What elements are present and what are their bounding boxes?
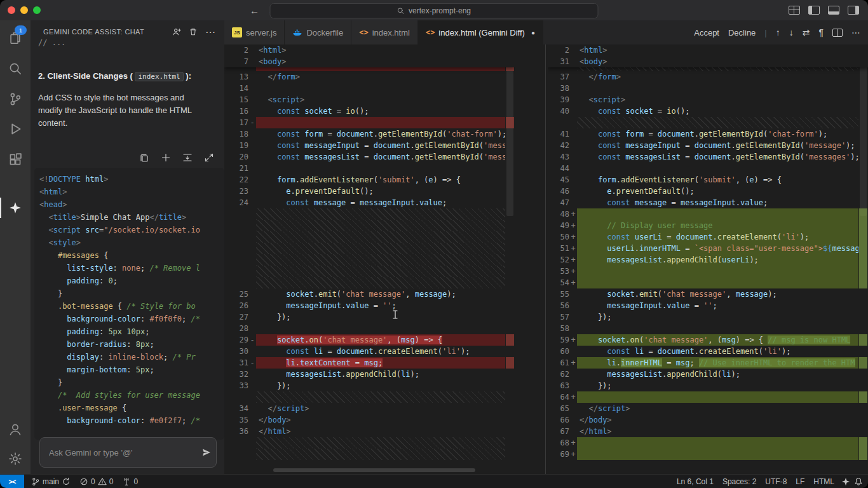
diff-line[interactable]: 25 socket.emit('chat message', message); [224, 288, 515, 300]
diff-line[interactable]: 62 messagesList.appendChild(li); [548, 369, 868, 380]
diff-line[interactable]: 19 const messageInput = document.getElem… [224, 140, 515, 151]
insert-at-cursor-icon[interactable] [182, 152, 193, 163]
diff-line[interactable]: 39 <script> [548, 94, 868, 105]
diff-line[interactable]: 15 <script> [224, 94, 515, 105]
toggle-panel-icon[interactable] [828, 6, 839, 15]
diff-line[interactable]: 23 e.preventDefault(); [224, 186, 515, 197]
diff-line[interactable]: 31<body> [548, 56, 868, 67]
diff-line[interactable]: 50+ const userLi = document.createElemen… [548, 231, 868, 243]
copy-icon[interactable] [139, 152, 149, 163]
gemini-input-box[interactable] [39, 437, 217, 468]
account-button[interactable] [0, 417, 31, 442]
diff-line[interactable]: 38 [548, 83, 868, 94]
diff-line[interactable]: 35</body> [224, 414, 515, 426]
diff-line[interactable] [224, 220, 515, 231]
diff-line[interactable]: 36</html> [224, 426, 515, 437]
diff-sash[interactable] [545, 44, 546, 474]
diff-line[interactable]: 20 const messagesList = document.getElem… [224, 151, 515, 163]
diff-line[interactable]: 29- socket.on('chat message', (msg) => { [224, 334, 515, 346]
open-full-icon[interactable] [204, 152, 214, 163]
diff-line[interactable]: 66</body> [548, 414, 868, 426]
sidebar-item-source-control[interactable] [0, 86, 31, 112]
diff-line[interactable] [224, 391, 515, 403]
tab-index-html[interactable]: <>index.html [351, 20, 418, 44]
sidebar-item-run-debug[interactable] [0, 116, 31, 142]
next-change-icon[interactable]: ↓ [789, 27, 794, 37]
right-scrollbar[interactable] [858, 44, 868, 474]
diff-line[interactable] [224, 208, 515, 220]
status-language[interactable]: HTML [810, 477, 837, 486]
diff-line[interactable]: 68+ [548, 437, 868, 449]
diff-line[interactable]: 18 const form = document.getElementById(… [224, 128, 515, 140]
diff-line[interactable]: 49+ // Display user message [548, 220, 868, 231]
diff-line[interactable] [224, 266, 515, 277]
diff-line[interactable]: 13 </form> [224, 71, 515, 83]
sync-icon[interactable] [62, 477, 71, 486]
whitespace-icon[interactable]: ¶ [818, 27, 824, 37]
diff-line[interactable]: 42 const messageInput = document.getElem… [548, 140, 868, 151]
sidebar-item-explorer[interactable]: 1 [0, 25, 31, 51]
diff-line[interactable]: 30 const li = document.createElement('li… [224, 346, 515, 357]
copilot-sparkle-icon[interactable] [841, 477, 850, 486]
status-encoding[interactable]: UTF-8 [762, 477, 790, 486]
diff-line[interactable]: 69+ [548, 449, 868, 460]
diff-line[interactable]: 17- [224, 117, 515, 128]
diff-line[interactable]: 61+ li.innerHTML = msg; // Use innerHTML… [548, 357, 868, 369]
diff-line[interactable]: 48+ [548, 208, 868, 220]
status-indentation[interactable]: Spaces: 2 [719, 477, 759, 486]
close-window-button[interactable] [8, 6, 15, 14]
diff-line[interactable]: 32 messagesList.appendChild(li); [224, 369, 515, 380]
customize-layout-icon[interactable] [789, 6, 800, 15]
branch-status[interactable]: main [28, 475, 74, 488]
diff-line[interactable]: 27 }); [224, 311, 515, 323]
diff-line[interactable]: 52+ messagesList.appendChild(userLi); [548, 254, 868, 266]
bell-icon[interactable] [854, 477, 863, 486]
diff-line[interactable]: 64+ [548, 391, 868, 403]
diff-line[interactable]: 40 const socket = io(); [548, 105, 868, 117]
toggle-inline-view-icon[interactable] [832, 29, 843, 37]
diff-line[interactable]: 58 [548, 323, 868, 334]
diff-line[interactable]: 24 const message = messageInput.value; [224, 197, 515, 208]
diff-line[interactable]: 37 </form> [548, 71, 868, 83]
diff-line[interactable]: 31- li.textContent = msg; [224, 357, 515, 369]
diff-modified-pane[interactable]: 2<html>31<body> 37 </form>3839 <script>4… [548, 44, 868, 474]
back-button[interactable]: ← [250, 5, 259, 16]
gemini-chat-input[interactable] [40, 448, 197, 458]
diff-line[interactable] [224, 243, 515, 254]
sidebar-item-gemini[interactable] [0, 195, 31, 220]
diff-line[interactable]: 53+ [548, 266, 868, 277]
diff-line[interactable]: 7<body> [224, 56, 515, 67]
sidebar-item-search[interactable] [0, 56, 31, 81]
horizontal-scrollbar[interactable] [273, 468, 475, 472]
zoom-window-button[interactable] [33, 6, 41, 14]
diff-line[interactable]: 26 messageInput.value = ''; [224, 300, 515, 311]
tab-server-js[interactable]: JSserver.js [224, 20, 285, 44]
diff-line[interactable] [224, 277, 515, 288]
remote-indicator[interactable]: >< [0, 475, 24, 488]
diff-line[interactable]: 41 const form = document.getElementById(… [548, 128, 868, 140]
diff-line[interactable]: 22 form.addEventListener('submit', (e) =… [224, 174, 515, 186]
settings-button[interactable] [0, 446, 31, 471]
diff-line[interactable]: 2<html> [224, 44, 515, 56]
send-icon[interactable] [197, 447, 216, 458]
diff-line[interactable]: 43 const messagesList = document.getElem… [548, 151, 868, 163]
toggle-primary-sidebar-icon[interactable] [808, 6, 820, 15]
diff-left-sticky[interactable]: 2<html>7<body> [224, 44, 515, 67]
diff-line[interactable]: 59+ socket.on('chat message', (msg) => {… [548, 334, 868, 346]
diff-original-pane[interactable]: 2<html>7<body> 13 </form>1415 <script>16… [224, 44, 515, 474]
diff-line[interactable]: 16 const socket = io(); [224, 105, 515, 117]
minimize-window-button[interactable] [20, 6, 28, 14]
diff-line[interactable]: 33 }); [224, 380, 515, 391]
diff-right-sticky[interactable]: 2<html>31<body> [548, 44, 868, 67]
status-eol[interactable]: LF [792, 477, 808, 486]
scrollbar-slider[interactable] [860, 44, 867, 216]
diff-line[interactable]: 57 }); [548, 311, 868, 323]
tab-dockerfile[interactable]: Dockerfile [285, 20, 351, 44]
diff-line[interactable]: 55 socket.emit('chat message', message); [548, 288, 868, 300]
accept-button[interactable]: Accept [694, 28, 719, 37]
diff-line[interactable] [548, 117, 868, 128]
tab-index-html-gemini-diff-[interactable]: <>index.html (Gemini Diff)● [418, 20, 543, 44]
decline-button[interactable]: Decline [728, 28, 756, 37]
diff-line[interactable]: 14 [224, 83, 515, 94]
diff-line[interactable]: 54+ [548, 277, 868, 288]
